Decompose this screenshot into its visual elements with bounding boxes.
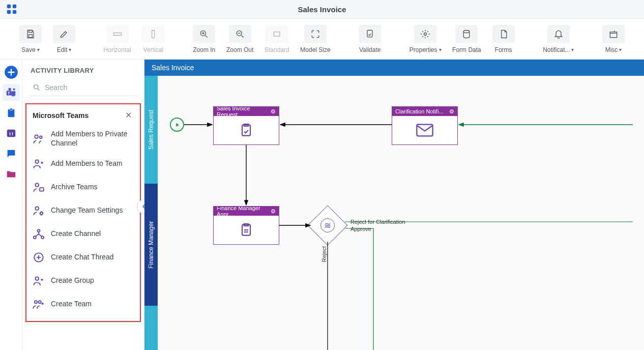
svg-rect-20 (10, 108, 13, 110)
notifications-label: Notificat... (543, 46, 570, 53)
svg-rect-11 (367, 30, 372, 37)
teams-group-highlight: Microsoft Teams ✕ Add Members to Private… (25, 103, 141, 322)
workflow-canvas[interactable]: Sales Invoice Sales Request Finance Mana… (144, 60, 644, 350)
svg-rect-39 (417, 125, 432, 136)
forms-button[interactable]: Forms (488, 22, 519, 56)
form-data-button[interactable]: Form Data (448, 22, 485, 56)
svg-point-12 (424, 33, 427, 35)
activity-caption: Clarification Notifi... (395, 108, 444, 114)
properties-button[interactable]: Properties▾ (405, 22, 445, 56)
activity-create-channel[interactable]: Create Channel (30, 222, 137, 246)
people-plus-icon (32, 157, 46, 171)
svg-point-16 (13, 88, 15, 90)
svg-rect-1 (13, 5, 16, 8)
svg-point-36 (35, 301, 37, 303)
rail-add-button[interactable] (3, 64, 20, 81)
svg-rect-4 (29, 30, 33, 32)
activity-clarification-notification[interactable]: Clarification Notifi...⚙ (392, 106, 458, 145)
rail-folder-button[interactable] (3, 165, 20, 183)
start-event[interactable] (170, 118, 184, 132)
misc-button[interactable]: Misc▾ (598, 22, 629, 56)
chevron-down-icon: ▾ (69, 47, 71, 52)
search-input[interactable] (45, 83, 134, 92)
svg-point-31 (38, 229, 40, 232)
page-title: Sales Invoice (298, 5, 346, 14)
left-rail: I I (0, 60, 22, 350)
zoom-in-button[interactable]: Zoom In (189, 22, 219, 56)
rail-teams-button[interactable] (3, 84, 20, 101)
misc-label: Misc (605, 46, 618, 53)
activity-caption: Sales Invoice Request (217, 107, 271, 116)
lane-label-sales-request: Sales Request (144, 76, 158, 184)
chevron-down-icon: ▾ (37, 47, 40, 52)
svg-point-27 (36, 183, 39, 187)
svg-point-26 (36, 160, 39, 163)
activity-label: Add Members to Team (51, 159, 123, 168)
team-plus-icon (32, 297, 46, 311)
model-size-button[interactable]: Model Size (297, 22, 335, 56)
people-archive-icon (32, 180, 46, 194)
svg-rect-2 (7, 10, 11, 14)
validate-button[interactable]: Validate (355, 22, 385, 56)
chat-plus-icon (32, 250, 46, 265)
zoom-in-label: Zoom In (193, 46, 215, 53)
svg-rect-7 (152, 30, 155, 38)
activity-create-group[interactable]: Create Group (30, 269, 137, 293)
chevron-down-icon: ▾ (571, 47, 574, 52)
library-search[interactable] (28, 79, 138, 96)
zoom-out-button[interactable]: Zoom Out (222, 22, 257, 56)
rail-variables-button[interactable]: I I (3, 125, 20, 142)
activity-caption: Finance Manager Appr... (217, 207, 271, 216)
edit-label: Edit (57, 46, 68, 53)
svg-text:I I: I I (9, 131, 13, 136)
activity-archive-teams[interactable]: Archive Teams (30, 176, 137, 199)
svg-point-33 (41, 236, 44, 239)
channel-icon (32, 227, 46, 241)
main-area: I I ACTIVITY LIBRARY Microsoft Teams ✕ A… (0, 60, 644, 350)
activity-finance-manager-approval[interactable]: Finance Manager Appr...⚙ (213, 206, 279, 245)
save-label: Save (21, 46, 35, 53)
svg-point-25 (40, 136, 42, 138)
gear-icon[interactable]: ⚙ (271, 108, 276, 115)
app-header: Sales Invoice (0, 0, 644, 19)
gear-icon[interactable]: ⚙ (271, 208, 276, 215)
svg-point-13 (464, 30, 470, 33)
activity-add-members-private-channel[interactable]: Add Members to Private Channel (30, 125, 137, 152)
validate-label: Validate (359, 46, 380, 53)
rail-chat-button[interactable] (3, 145, 20, 162)
edit-button[interactable]: Edit▾ (49, 22, 79, 56)
close-icon[interactable]: ✕ (123, 109, 134, 121)
activity-create-chat-thread[interactable]: Create Chat Thread (30, 246, 137, 269)
activity-create-team[interactable]: Create Team (30, 293, 137, 316)
flow-label-reject: Reject (321, 246, 327, 262)
toolbar: Save▾ Edit▾ Horizontal Vertical Zoom In … (0, 19, 644, 60)
people-icon (32, 132, 46, 146)
search-icon (33, 83, 41, 92)
chevron-down-icon: ▾ (619, 47, 622, 52)
activity-sales-invoice-request[interactable]: Sales Invoice Request⚙ (213, 106, 279, 145)
activity-label: Create Chat Thread (51, 253, 113, 262)
swimlane-pool-title: Sales Invoice (144, 60, 644, 76)
forms-label: Forms (495, 46, 512, 53)
activity-change-team-settings[interactable]: Change Team Settings (30, 199, 137, 222)
svg-point-35 (36, 277, 39, 280)
activity-label: Add Members to Private Channel (51, 130, 135, 148)
notifications-button[interactable]: Notificat...▾ (539, 22, 578, 56)
lane-label-3 (144, 306, 158, 350)
activity-label: Change Team Settings (51, 206, 123, 215)
form-data-label: Form Data (452, 46, 481, 53)
save-button[interactable]: Save▾ (15, 22, 46, 56)
rail-clipboard-button[interactable] (3, 104, 20, 122)
flow-label-approve: Approve (350, 226, 371, 232)
svg-rect-19 (8, 109, 14, 118)
activity-add-members-team[interactable]: Add Members to Team (30, 152, 137, 176)
activity-library-panel: ACTIVITY LIBRARY Microsoft Teams ✕ Add M… (22, 60, 144, 350)
flow-label-reject-clarification: Reject for Clarification (350, 219, 405, 225)
apps-launcher-button[interactable] (3, 1, 20, 18)
svg-rect-3 (13, 10, 16, 14)
gateway-decision[interactable]: ≋ (307, 205, 347, 245)
vertical-button: Vertical (138, 22, 168, 56)
svg-rect-6 (113, 33, 121, 35)
zoom-out-label: Zoom Out (226, 46, 253, 53)
gear-icon[interactable]: ⚙ (449, 108, 454, 115)
